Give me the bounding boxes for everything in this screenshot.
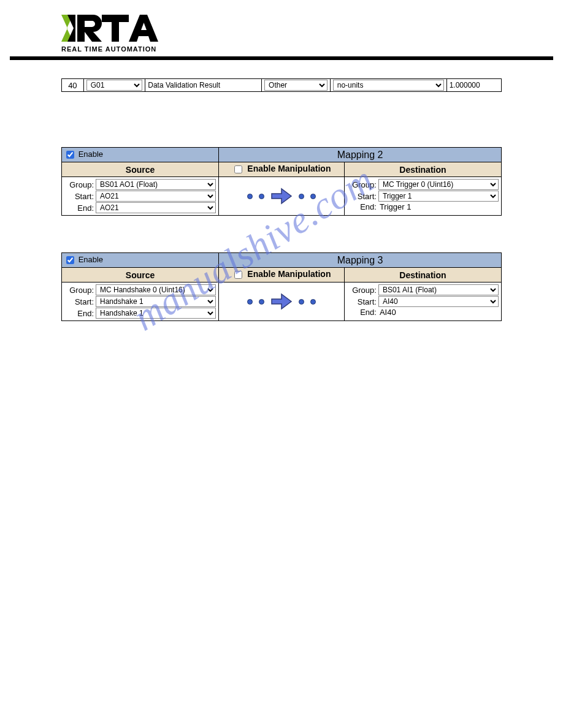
mapping-3-src-group-select[interactable]: MC Handshake 0 (Uint16): [96, 284, 216, 295]
row-description: Data Validation Result: [145, 79, 262, 92]
mapping-2-dst-start-label: Start:: [347, 192, 377, 201]
mapping-3-enable-checkbox[interactable]: [66, 256, 74, 264]
mapping-3-src-start-select[interactable]: Handshake 1: [96, 296, 216, 307]
mapping-3-source-hdr: Source: [62, 268, 219, 282]
row-number: 40: [62, 79, 84, 92]
mapping-3-dst-start-label: Start:: [347, 297, 377, 306]
dot-icon: [299, 299, 304, 305]
dot-icon: [247, 299, 253, 305]
dot-icon: [259, 194, 264, 199]
page-divider: [10, 56, 553, 60]
mapping-2-title: Mapping 2: [219, 148, 502, 162]
mapping-2-source-hdr: Source: [62, 162, 219, 177]
mapping-2-src-start-label: Start:: [64, 192, 94, 201]
mapping-2-src-end-label: End:: [64, 203, 94, 213]
mapping-2-enable-checkbox[interactable]: [66, 151, 74, 159]
dot-icon: [310, 194, 316, 199]
mapping-3-src-group-label: Group:: [64, 286, 94, 295]
mapping-2-src-start-select[interactable]: AO21: [96, 191, 216, 202]
mapping-3-src-end-label: End:: [64, 309, 94, 318]
mapping-2-dst-end-value: Trigger 1: [378, 202, 412, 211]
mapping-3-manip-label: Enable Manipulation: [247, 269, 331, 279]
mapping-3-manip-checkbox[interactable]: [234, 271, 242, 279]
mapping-2-src-group-select[interactable]: BS01 AO1 (Float): [96, 179, 216, 190]
mapping-2-dest-hdr: Destination: [344, 162, 501, 177]
row-select-2[interactable]: Other: [264, 80, 327, 91]
mapping-2-dst-group-select[interactable]: MC Trigger 0 (Uint16): [378, 179, 499, 190]
mapping-2-dst-start-select[interactable]: Trigger 1: [378, 191, 499, 202]
logo-area: REAL TIME AUTOMATION: [0, 12, 563, 53]
mapping-3-dest-hdr: Destination: [344, 268, 501, 282]
mapping-3-dst-start-select[interactable]: AI40: [378, 296, 499, 307]
config-row-table: 40 G01 Data Validation Result Other no-u…: [61, 78, 502, 92]
mapping-2-dst-group-label: Group:: [347, 180, 377, 189]
mapping-3-arrow: [221, 287, 342, 316]
mapping-2-enable-label: Enable: [79, 150, 103, 159]
dot-icon: [259, 299, 264, 305]
mapping-2-src-group-label: Group:: [64, 180, 94, 189]
logo-tagline: REAL TIME AUTOMATION: [61, 45, 563, 53]
dot-icon: [247, 194, 253, 199]
row-value: 1.000000: [446, 79, 501, 92]
mapping-2-dst-end-label: End:: [347, 202, 377, 211]
mapping-2-table: Enable Mapping 2 Source Enable Manipulat…: [61, 147, 502, 216]
row-select-1[interactable]: G01: [86, 80, 143, 91]
mapping-3-table: Enable Mapping 3 Source Enable Manipulat…: [61, 252, 502, 321]
mapping-3-dst-end-value: AI40: [378, 308, 396, 317]
mapping-2-manip-checkbox[interactable]: [234, 165, 242, 173]
mapping-3-dst-group-label: Group:: [347, 286, 377, 295]
mapping-2-arrow: [221, 182, 342, 210]
mapping-3-dst-end-label: End:: [347, 308, 377, 317]
arrow-right-icon: [270, 187, 293, 205]
dot-icon: [299, 194, 304, 199]
arrow-right-icon: [270, 292, 293, 311]
dot-icon: [310, 299, 316, 305]
mapping-3-dst-group-select[interactable]: BS01 AI1 (Float): [378, 284, 499, 295]
mapping-3-src-end-select[interactable]: Handshake 1: [96, 308, 216, 319]
mapping-2-src-end-select[interactable]: AO21: [96, 202, 216, 213]
mapping-3-enable-label: Enable: [79, 255, 103, 264]
row-select-3[interactable]: no-units: [333, 80, 444, 91]
mapping-3-src-start-label: Start:: [64, 297, 94, 306]
mapping-2-manip-label: Enable Manipulation: [247, 164, 331, 173]
rta-logo: [61, 12, 166, 44]
mapping-3-title: Mapping 3: [219, 253, 502, 268]
